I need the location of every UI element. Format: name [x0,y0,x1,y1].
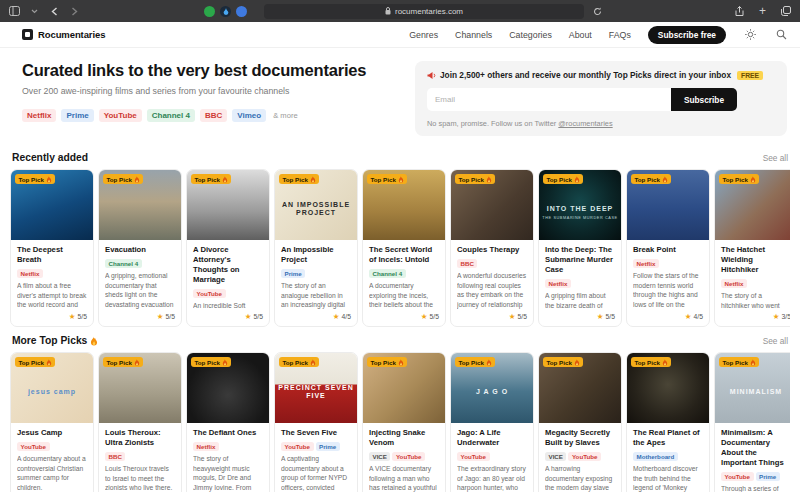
tabs-icon[interactable] [779,5,792,18]
card-description: Motherboard discover the truth behind th… [633,464,703,492]
extension-icon-droplet[interactable] [220,6,231,17]
nav-item-about[interactable]: About [569,30,592,40]
see-all-link[interactable]: See all [763,336,788,346]
see-all-link[interactable]: See all [763,153,788,163]
thumbnail: Top Pick [627,170,709,240]
top-pick-badge: Top Pick [367,357,407,367]
card-title: The Seven Five [281,428,351,438]
thumbnail: Top Pick [99,353,181,423]
documentary-card[interactable]: Top Pick The Hatchet Wielding Hitchhiker… [714,169,790,327]
channel-badges: YouTube [193,289,263,298]
documentary-card[interactable]: Top Pick The Deepest Breath Netflix A fi… [10,169,94,327]
documentary-card[interactable]: Top Pick Louis Theroux: Ultra Zionists B… [98,352,182,492]
channel-badges: BBC [457,259,527,268]
card-body: Jago: A Life Underwater YouTube The extr… [451,423,533,492]
email-field[interactable] [427,88,671,111]
card-description: Follow the stars of the modern tennis wo… [633,271,703,310]
card-title: Couples Therapy [457,245,527,255]
thumbnail-title-text: jesus camp [25,388,79,396]
thumbnail: Top Pick [715,170,790,240]
nav-item-channels[interactable]: Channels [455,30,492,40]
documentary-card[interactable]: PRECINCT SEVEN FIVE Top Pick The Seven F… [274,352,358,492]
channel-chip[interactable]: BBC [200,109,227,122]
card-body: An Impossible Project Prime The story of… [275,240,357,326]
documentary-card[interactable]: Top Pick The Secret World of Incels: Unt… [362,169,446,327]
channel-chip[interactable]: YouTube [99,109,142,122]
share-icon[interactable] [733,5,746,18]
newsletter-form: Subscribe [427,88,737,111]
back-icon[interactable] [48,5,61,18]
content-main: Recently added See all Top Pick The Deep… [0,152,800,492]
channel-chip[interactable]: Channel 4 [147,109,195,122]
rating-value: 5/5 [518,313,527,320]
card-body: The Deepest Breath Netflix A film about … [11,240,93,326]
rating: ★ 5/5 [597,310,615,321]
documentary-card[interactable]: J A G O Top Pick Jago: A Life Underwater… [450,352,534,492]
chevron-down-icon[interactable] [28,5,41,18]
documentary-card[interactable]: AN IMPOSSIBLE PROJECT Top Pick An Imposs… [274,169,358,327]
card-body: Into the Deep: The Submarine Murder Case… [539,240,621,326]
channel-badge: Netflix [193,442,219,451]
card-title: The Deepest Breath [17,245,87,265]
channel-filter-chips: NetflixPrimeYouTubeChannel 4BBCVimeo& mo… [22,109,366,122]
documentary-card[interactable]: Top Pick Megacity Secretly Built by Slav… [538,352,622,492]
card-description: A VICE documentary following a man who h… [369,464,439,492]
cards-section: More Top Picks See all jesus camp Top Pi… [10,335,790,492]
new-tab-icon[interactable]: + [756,5,769,18]
logo-text: Rocumentaries [38,29,105,40]
site-logo[interactable]: Rocumentaries [22,29,105,40]
subscribe-button[interactable]: Subscribe [671,88,737,111]
extension-icon-blue[interactable] [236,6,247,17]
card-body: A Divorce Attorney's Thoughts on Marriag… [187,240,269,326]
documentary-card[interactable]: Top Pick Couples Therapy BBC A wonderful… [450,169,534,327]
search-icon[interactable] [774,28,788,42]
reload-icon[interactable] [591,5,604,18]
theme-toggle-sun-icon[interactable] [743,28,757,42]
documentary-card[interactable]: Top Pick Break Point Netflix Follow the … [626,169,710,327]
channel-chip[interactable]: Vimeo [232,109,266,122]
documentary-card[interactable]: Top Pick A Divorce Attorney's Thoughts o… [186,169,270,327]
fire-icon [222,359,228,366]
documentary-card[interactable]: MINIMALISM Top Pick Minimalism: A Docume… [714,352,790,492]
documentary-card[interactable]: Top Pick The Real Planet of the Apes Mot… [626,352,710,492]
twitter-link[interactable]: @rocumentaries [558,119,612,128]
documentary-card[interactable]: Top Pick Evacuation Channel 4 A gripping… [98,169,182,327]
nav-item-faqs[interactable]: FAQs [609,30,631,40]
channel-badge: YouTube [392,452,425,461]
documentary-card[interactable]: Top Pick The Defiant Ones Netflix The st… [186,352,270,492]
nav-item-categories[interactable]: Categories [509,30,552,40]
top-pick-badge: Top Pick [631,174,671,184]
documentary-card[interactable]: Top Pick Injecting Snake Venom VICEYouTu… [362,352,446,492]
nav-item-genres[interactable]: Genres [409,30,438,40]
newsletter-headline-row: Join 2,500+ others and receive our month… [427,70,775,80]
thumbnail: jesus camp Top Pick [11,353,93,423]
top-pick-label: Top Pick [195,359,220,366]
rating: ★ 3/5 [773,310,790,321]
channel-chip[interactable]: Netflix [22,109,56,122]
top-pick-badge: Top Pick [455,357,495,367]
top-pick-label: Top Pick [547,176,572,183]
subscribe-free-button[interactable]: Subscribe free [648,26,726,44]
rating: ★ 5/5 [245,310,263,321]
card-title: The Secret World of Incels: Untold [369,245,439,265]
fire-icon [46,176,52,183]
thumbnail-title-text: INTO THE DEEP [544,205,617,213]
star-icon: ★ [157,313,164,321]
extension-icon-green[interactable] [204,6,215,17]
sidebar-toggle-icon[interactable] [8,5,21,18]
card-description: A documentary exploring the incels, thei… [369,281,439,310]
forward-icon[interactable] [68,5,81,18]
rating-value: 5/5 [78,313,87,320]
top-pick-badge: Top Pick [15,174,55,184]
channel-badges: VICEYouTube [369,452,439,461]
rating-value: 3/5 [782,313,790,320]
documentary-card[interactable]: jesus camp Top Pick Jesus Camp YouTube A… [10,352,94,492]
main-nav: Genres Channels Categories About FAQs Su… [409,26,788,44]
documentary-card[interactable]: INTO THE DEEP THE SUBMARINE MURDER CASE … [538,169,622,327]
newsletter-box: Join 2,500+ others and receive our month… [415,61,787,136]
channel-badges: Netflix [633,259,703,268]
rating-value: 5/5 [430,313,439,320]
card-body: The Real Planet of the Apes Motherboard … [627,423,709,492]
address-bar[interactable]: rocumentaries.com [264,4,584,19]
channel-chip[interactable]: Prime [61,109,93,122]
